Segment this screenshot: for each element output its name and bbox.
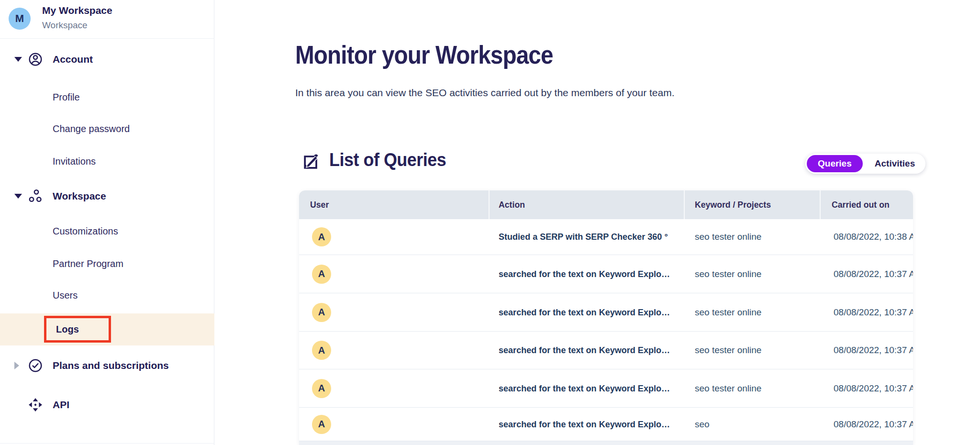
queries-activities-toggle: Queries Activities xyxy=(805,154,925,174)
column-header-carried-out-on: Carried out on xyxy=(832,200,890,210)
sidebar-item-users[interactable]: Users xyxy=(53,290,78,301)
sidebar-section-plans[interactable]: Plans and subscriptions xyxy=(0,355,214,376)
sidebar-item-partner-program[interactable]: Partner Program xyxy=(53,258,123,269)
sidebar-item-change-password[interactable]: Change password xyxy=(53,123,130,134)
table-row: A searched for the text on Keyword Explo… xyxy=(299,255,913,293)
sidebar-item-logs: Logs xyxy=(56,324,79,335)
page-title: Monitor your Workspace xyxy=(295,40,553,69)
sidebar-divider xyxy=(0,443,214,444)
date-cell: 08/08/2022, 10:37 AM xyxy=(834,345,913,356)
keyword-cell: seo tester online xyxy=(695,307,761,318)
sidebar-item-profile[interactable]: Profile xyxy=(53,92,80,103)
table-row: A searched for the text on Keyword Explo… xyxy=(299,332,913,369)
chevron-down-icon xyxy=(14,194,22,199)
action-cell: searched for the text on Keyword Explo… xyxy=(499,307,670,318)
user-avatar: A xyxy=(312,303,331,322)
user-avatar: A xyxy=(312,341,331,360)
sidebar-section-api[interactable]: API xyxy=(0,394,214,415)
sidebar: M My Workspace Workspace Account Profile… xyxy=(0,0,214,445)
keyword-cell: seo xyxy=(695,419,710,430)
column-header-user: User xyxy=(310,200,329,210)
keyword-cell: seo tester online xyxy=(695,383,761,394)
workspace-avatar[interactable]: M xyxy=(9,8,31,30)
action-cell: searched for the text on Keyword Explo… xyxy=(499,345,670,356)
sidebar-section-label: Account xyxy=(53,54,93,65)
column-header-keyword-projects: Keyword / Projects xyxy=(695,200,771,210)
sidebar-item-customizations[interactable]: Customizations xyxy=(53,226,118,237)
header-divider xyxy=(684,190,685,219)
keyword-cell: seo tester online xyxy=(695,345,761,356)
queries-table: User Action Keyword / Projects Carried o… xyxy=(299,190,913,445)
date-cell: 08/08/2022, 10:38 AM xyxy=(834,232,913,242)
arrows-icon xyxy=(28,397,43,412)
section-title: List of Queries xyxy=(329,149,446,170)
chevron-down-icon xyxy=(14,57,22,62)
action-cell: searched for the text on Keyword Explo… xyxy=(499,269,670,279)
date-cell: 08/08/2022, 10:37 AM xyxy=(834,269,913,279)
column-header-action: Action xyxy=(499,200,525,210)
user-avatar: A xyxy=(312,227,331,246)
table-row: A Studied a SERP with SERP Checker 360 °… xyxy=(299,219,913,255)
date-cell: 08/08/2022, 10:37 AM xyxy=(834,383,913,394)
sidebar-section-account[interactable]: Account xyxy=(0,49,214,70)
action-cell: searched for the text on Keyword Explo… xyxy=(499,419,670,430)
note-edit-icon xyxy=(301,151,322,172)
date-cell: 08/08/2022, 10:37 AM xyxy=(834,419,913,430)
date-cell: 08/08/2022, 10:37 AM xyxy=(834,307,913,318)
sidebar-section-label: Plans and subscriptions xyxy=(53,360,169,371)
sidebar-section-label: Workspace xyxy=(53,190,106,202)
workspace-type-label: Workspace xyxy=(42,20,88,31)
logs-highlight-box[interactable]: Logs xyxy=(44,316,111,343)
keyword-cell: seo tester online xyxy=(695,269,761,279)
header-divider xyxy=(489,190,490,219)
user-circle-icon xyxy=(28,52,43,67)
sidebar-section-label: API xyxy=(53,399,69,411)
table-next-row-clipped xyxy=(299,441,913,445)
sidebar-item-invitations[interactable]: Invitations xyxy=(53,156,96,167)
check-circle-icon xyxy=(28,358,43,373)
user-avatar: A xyxy=(312,415,331,434)
user-avatar: A xyxy=(312,265,331,284)
workspace-name[interactable]: My Workspace xyxy=(42,5,112,16)
action-cell: Studied a SERP with SERP Checker 360 ° xyxy=(499,232,668,242)
action-cell: searched for the text on Keyword Explo… xyxy=(499,383,670,394)
table-row: A searched for the text on Keyword Explo… xyxy=(299,293,913,332)
tab-activities[interactable]: Activities xyxy=(864,158,925,169)
logs-page: M My Workspace Workspace Account Profile… xyxy=(0,0,980,445)
org-circles-icon xyxy=(28,189,43,204)
chevron-right-icon xyxy=(14,362,19,369)
keyword-cell: seo tester online xyxy=(695,232,761,242)
sidebar-section-workspace[interactable]: Workspace xyxy=(0,186,214,207)
table-header: User Action Keyword / Projects Carried o… xyxy=(299,190,913,219)
table-row: A searched for the text on Keyword Explo… xyxy=(299,369,913,408)
page-subtitle: In this area you can view the SEO activi… xyxy=(295,87,675,99)
header-divider xyxy=(820,190,821,219)
sidebar-divider xyxy=(0,38,214,39)
table-row: A searched for the text on Keyword Explo… xyxy=(299,408,913,441)
tab-queries[interactable]: Queries xyxy=(807,155,863,172)
user-avatar: A xyxy=(312,379,331,398)
